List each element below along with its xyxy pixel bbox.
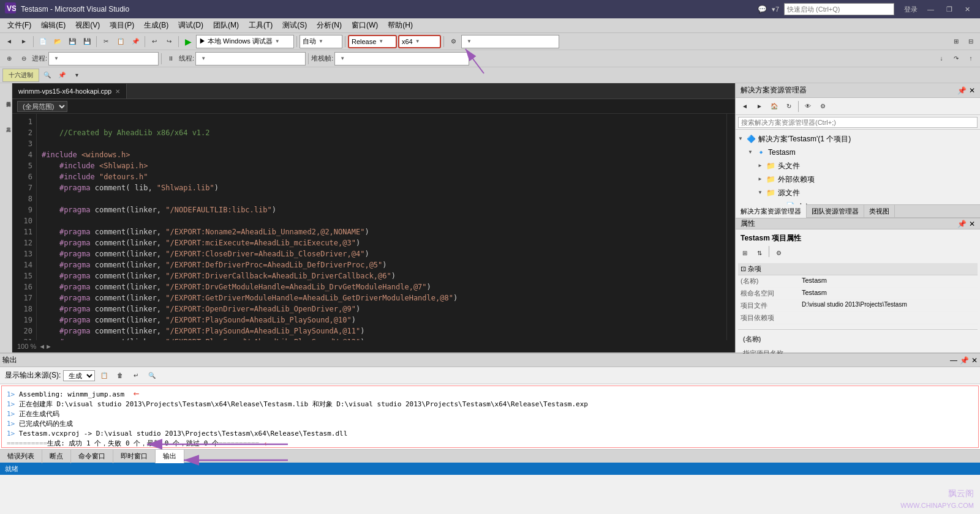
source-select[interactable]: 生成 bbox=[63, 370, 95, 381]
output-wrap-button[interactable]: ↵ bbox=[129, 369, 143, 382]
step-out[interactable]: ↑ bbox=[964, 52, 978, 65]
menu-project[interactable]: 项目(P) bbox=[105, 19, 139, 32]
search-small-button[interactable]: 🔍 bbox=[40, 69, 54, 82]
se-filter-button[interactable]: ⚙ bbox=[816, 100, 829, 113]
output-clear-button[interactable]: 🗑 bbox=[113, 369, 127, 382]
close-button[interactable]: ✕ bbox=[960, 4, 975, 15]
run-button[interactable]: ▶ bbox=[181, 35, 195, 48]
props-pin-icon[interactable]: 📌 bbox=[957, 220, 967, 228]
toolbar-extra-2[interactable]: ⊟ bbox=[964, 35, 978, 48]
maximize-button[interactable]: ❐ bbox=[941, 4, 957, 15]
process-dropdown[interactable]: ▼ bbox=[48, 52, 159, 65]
run-target-dropdown[interactable]: ▶ 本地 Windows 调试器 ▼ bbox=[196, 35, 294, 48]
bottom-tab-command[interactable]: 命令窗口 bbox=[71, 450, 113, 463]
sidebar-server-explorer[interactable]: 服务器资源 bbox=[1, 86, 11, 110]
notification-icon[interactable]: 💬 bbox=[758, 5, 767, 13]
se-tab-solution[interactable]: 解决方案资源管理器 bbox=[736, 204, 807, 218]
tree-detours-cpp[interactable]: ► 📄 detours.cpp bbox=[738, 199, 978, 204]
suspend-button[interactable]: ⏸ bbox=[164, 52, 178, 65]
combo-btn[interactable]: ▾ bbox=[70, 69, 83, 82]
se-forward-button[interactable]: ► bbox=[753, 100, 766, 113]
step-over[interactable]: ↷ bbox=[949, 52, 963, 65]
output-copy-button[interactable]: 📋 bbox=[97, 369, 111, 382]
bottom-tab-errors[interactable]: 错误列表 bbox=[0, 450, 42, 463]
menu-edit[interactable]: 编辑(E) bbox=[36, 19, 70, 32]
code-content[interactable]: //Created by AheadLib x86/x64 v1.2 #incl… bbox=[37, 114, 726, 340]
menu-build[interactable]: 生成(B) bbox=[139, 19, 173, 32]
menu-file[interactable]: 文件(F) bbox=[2, 19, 36, 32]
sidebar-toolbox[interactable]: 工具箱 bbox=[1, 111, 11, 136]
solutions-config-dropdown[interactable]: ▼ bbox=[461, 35, 559, 48]
scroll-left[interactable]: ◄ bbox=[39, 343, 45, 350]
save-button[interactable]: 💾 bbox=[66, 35, 79, 48]
scroll-right[interactable]: ► bbox=[45, 343, 52, 350]
code-area[interactable]: 1 2 3 4 5 6 7 8 9 10 11 12 13 14 15 16 1… bbox=[12, 114, 735, 340]
menu-tools[interactable]: 工具(T) bbox=[244, 19, 277, 32]
platform-dropdown[interactable]: x64 ▼ bbox=[398, 35, 441, 48]
output-pin[interactable]: 📌 bbox=[960, 356, 969, 365]
editor-scrollbar[interactable] bbox=[726, 114, 735, 340]
output-minimize[interactable]: — bbox=[950, 356, 957, 365]
tree-source-folder[interactable]: ▼ 📁 源文件 bbox=[738, 186, 978, 199]
menu-help[interactable]: 帮助(H) bbox=[383, 19, 418, 32]
menu-view[interactable]: 视图(V) bbox=[70, 19, 105, 32]
minimize-button[interactable]: — bbox=[922, 4, 939, 15]
tab-close-button[interactable]: ✕ bbox=[115, 88, 120, 95]
add-process-button[interactable]: ⊕ bbox=[2, 52, 16, 65]
props-categories-button[interactable]: ⊞ bbox=[738, 246, 752, 259]
props-extra-button[interactable]: ⚙ bbox=[772, 246, 785, 259]
forward-button[interactable]: ► bbox=[17, 35, 31, 48]
open-file-button[interactable]: 📂 bbox=[51, 35, 64, 48]
stack-dropdown[interactable]: ▼ bbox=[334, 52, 469, 65]
quick-launch-input[interactable] bbox=[784, 3, 894, 15]
login-button[interactable]: 登录 bbox=[904, 5, 918, 14]
cut-button[interactable]: ✂ bbox=[99, 35, 113, 48]
thread-dropdown[interactable]: ▼ bbox=[195, 52, 306, 65]
bottom-tab-breakpoints[interactable]: 断点 bbox=[42, 450, 71, 463]
se-show-all-button[interactable]: 👁 bbox=[801, 100, 815, 113]
pin-icon[interactable]: 📌 bbox=[957, 86, 967, 95]
output-find-button[interactable]: 🔍 bbox=[145, 369, 159, 382]
props-close-button[interactable]: ✕ bbox=[969, 220, 975, 228]
solutions-button[interactable]: ⚙ bbox=[447, 35, 460, 48]
scope-selector[interactable]: (全局范围) bbox=[17, 101, 67, 112]
editor-tab-active[interactable]: winmm-vps15-x64-hookapi.cpp ✕ bbox=[12, 84, 127, 99]
tree-solution[interactable]: ▼ 🔷 解决方案'Testasm'(1 个项目) bbox=[738, 132, 978, 146]
menu-analyze[interactable]: 分析(N) bbox=[312, 19, 347, 32]
se-tab-class[interactable]: 类视图 bbox=[864, 204, 895, 218]
tree-project[interactable]: ▼ 🔹 Testasm bbox=[738, 146, 978, 159]
remove-process-button[interactable]: ⊖ bbox=[17, 52, 31, 65]
se-search-input[interactable] bbox=[738, 117, 978, 128]
props-sort-button[interactable]: ⇅ bbox=[753, 246, 766, 259]
copy-button[interactable]: 📋 bbox=[114, 35, 127, 48]
paste-button[interactable]: 📌 bbox=[129, 35, 142, 48]
back-button[interactable]: ◄ bbox=[2, 35, 16, 48]
se-tab-team[interactable]: 团队资源管理器 bbox=[807, 204, 864, 218]
step-into[interactable]: ↓ bbox=[935, 52, 948, 65]
auto-dropdown[interactable]: 自动 ▼ bbox=[300, 35, 342, 48]
new-file-button[interactable]: 📄 bbox=[36, 35, 50, 48]
menu-test[interactable]: 测试(S) bbox=[277, 19, 312, 32]
stack-arrow: ▼ bbox=[340, 56, 345, 61]
se-back-button[interactable]: ◄ bbox=[738, 100, 752, 113]
menu-team[interactable]: 团队(M) bbox=[208, 19, 244, 32]
se-refresh-button[interactable]: ↻ bbox=[782, 100, 796, 113]
save-all-button[interactable]: 💾 bbox=[80, 35, 94, 48]
output-close[interactable]: ✕ bbox=[971, 356, 978, 365]
line-num-11: 11 bbox=[16, 226, 32, 237]
pin-button[interactable]: 📌 bbox=[55, 69, 69, 82]
tree-headers-folder[interactable]: ► 📁 头文件 bbox=[738, 159, 978, 173]
hex-button[interactable]: 十六进制 bbox=[2, 69, 39, 82]
release-dropdown[interactable]: Release ▼ bbox=[348, 35, 397, 48]
bottom-tab-output[interactable]: 输出 bbox=[156, 450, 184, 463]
window-controls[interactable]: — ❐ ✕ bbox=[922, 4, 975, 15]
undo-button[interactable]: ↩ bbox=[148, 35, 161, 48]
tree-external-folder[interactable]: ► 📁 外部依赖项 bbox=[738, 173, 978, 186]
menu-window[interactable]: 窗口(W) bbox=[347, 19, 383, 32]
menu-debug[interactable]: 调试(D) bbox=[173, 19, 208, 32]
toolbar-extra-1[interactable]: ⊞ bbox=[949, 35, 963, 48]
close-panel-button[interactable]: ✕ bbox=[969, 86, 975, 95]
redo-button[interactable]: ↪ bbox=[162, 35, 176, 48]
se-home-button[interactable]: 🏠 bbox=[767, 100, 781, 113]
bottom-tab-immediate[interactable]: 即时窗口 bbox=[113, 450, 156, 463]
